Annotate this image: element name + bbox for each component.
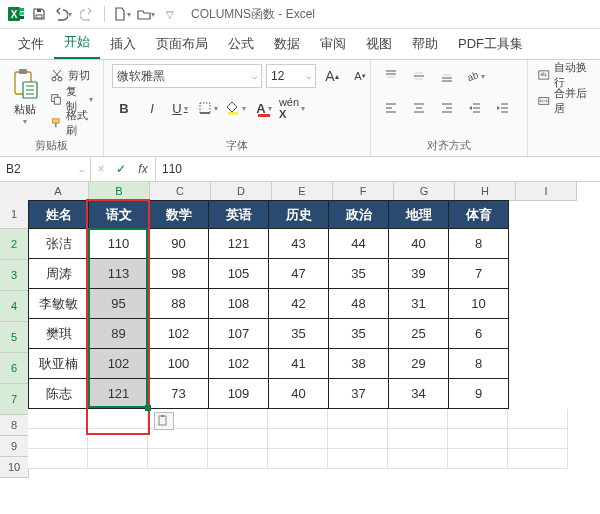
table-cell[interactable]: 48 bbox=[329, 289, 389, 319]
table-cell[interactable]: 35 bbox=[329, 259, 389, 289]
table-cell[interactable]: 31 bbox=[389, 289, 449, 319]
table-cell[interactable]: 35 bbox=[269, 319, 329, 349]
table-cell[interactable]: 40 bbox=[389, 229, 449, 259]
tab-formulas[interactable]: 公式 bbox=[218, 29, 264, 59]
table-cell[interactable]: 121 bbox=[209, 229, 269, 259]
empty-cell[interactable] bbox=[448, 449, 508, 469]
table-cell[interactable]: 109 bbox=[209, 379, 269, 409]
underline-button[interactable]: U▾ bbox=[168, 96, 192, 120]
table-cell[interactable]: 110 bbox=[89, 229, 149, 259]
tab-pdf[interactable]: PDF工具集 bbox=[448, 29, 533, 59]
qat-customize-icon[interactable]: ▽ bbox=[159, 3, 181, 25]
table-cell[interactable]: 42 bbox=[269, 289, 329, 319]
align-top-button[interactable] bbox=[379, 64, 403, 88]
table-cell[interactable]: 100 bbox=[149, 349, 209, 379]
empty-cell[interactable] bbox=[388, 429, 448, 449]
empty-cell[interactable] bbox=[388, 409, 448, 429]
empty-cell[interactable] bbox=[328, 449, 388, 469]
empty-cell[interactable] bbox=[28, 449, 88, 469]
empty-cell[interactable] bbox=[28, 409, 88, 429]
decrease-indent-button[interactable] bbox=[463, 96, 487, 120]
column-header[interactable]: B bbox=[89, 182, 150, 202]
fill-handle[interactable] bbox=[145, 405, 151, 411]
empty-cell[interactable] bbox=[148, 449, 208, 469]
empty-cell[interactable] bbox=[328, 429, 388, 449]
tab-home[interactable]: 开始 bbox=[54, 27, 100, 59]
paste-button[interactable]: 粘贴 ▾ bbox=[8, 64, 42, 130]
table-cell[interactable]: 李敏敏 bbox=[29, 289, 89, 319]
empty-cell[interactable] bbox=[208, 409, 268, 429]
column-header[interactable]: H bbox=[455, 182, 516, 201]
orientation-button[interactable]: ab▾ bbox=[463, 64, 487, 88]
empty-cell[interactable] bbox=[88, 429, 148, 449]
table-header-cell[interactable]: 体育 bbox=[449, 201, 509, 229]
row-header[interactable]: 3 bbox=[0, 260, 30, 291]
table-cell[interactable]: 10 bbox=[449, 289, 509, 319]
table-cell[interactable]: 41 bbox=[269, 349, 329, 379]
qat-undo-icon[interactable]: ▾ bbox=[52, 3, 74, 25]
table-cell[interactable]: 34 bbox=[389, 379, 449, 409]
table-cell[interactable]: 9 bbox=[449, 379, 509, 409]
column-header[interactable]: G bbox=[394, 182, 455, 201]
tab-help[interactable]: 帮助 bbox=[402, 29, 448, 59]
empty-cell[interactable] bbox=[328, 409, 388, 429]
align-center-button[interactable] bbox=[407, 96, 431, 120]
column-header[interactable]: F bbox=[333, 182, 394, 201]
empty-cell[interactable] bbox=[88, 449, 148, 469]
table-cell[interactable]: 105 bbox=[209, 259, 269, 289]
table-cell[interactable]: 95 bbox=[89, 289, 149, 319]
table-header-cell[interactable]: 历史 bbox=[269, 201, 329, 229]
table-cell[interactable]: 90 bbox=[149, 229, 209, 259]
table-cell[interactable]: 耿亚楠 bbox=[29, 349, 89, 379]
increase-indent-button[interactable] bbox=[491, 96, 515, 120]
table-cell[interactable]: 39 bbox=[389, 259, 449, 289]
table-cell[interactable]: 25 bbox=[389, 319, 449, 349]
wrap-text-button[interactable]: ab 自动换行 bbox=[536, 64, 592, 86]
tab-file[interactable]: 文件 bbox=[8, 29, 54, 59]
select-all-corner[interactable] bbox=[0, 182, 29, 201]
column-header[interactable]: D bbox=[211, 182, 272, 201]
empty-cell[interactable] bbox=[28, 429, 88, 449]
merge-center-button[interactable]: 合并后居 bbox=[536, 90, 592, 112]
qat-redo-icon[interactable] bbox=[76, 3, 98, 25]
align-right-button[interactable] bbox=[435, 96, 459, 120]
qat-open-icon[interactable]: ▾ bbox=[135, 3, 157, 25]
table-cell[interactable]: 樊琪 bbox=[29, 319, 89, 349]
font-name-select[interactable]: 微软雅黑⌵ bbox=[112, 64, 262, 88]
empty-cell[interactable] bbox=[208, 449, 268, 469]
tab-insert[interactable]: 插入 bbox=[100, 29, 146, 59]
table-header-cell[interactable]: 数学 bbox=[149, 201, 209, 229]
empty-cell[interactable] bbox=[508, 429, 568, 449]
row-header[interactable]: 6 bbox=[0, 353, 30, 384]
tab-review[interactable]: 审阅 bbox=[310, 29, 356, 59]
empty-cell[interactable] bbox=[388, 449, 448, 469]
row-header[interactable]: 9 bbox=[0, 436, 29, 457]
name-box[interactable]: B2⌵ bbox=[0, 157, 91, 181]
column-header[interactable]: E bbox=[272, 182, 333, 201]
increase-font-button[interactable]: A▴ bbox=[320, 64, 344, 88]
empty-cell[interactable] bbox=[268, 409, 328, 429]
table-cell[interactable]: 陈志 bbox=[29, 379, 89, 409]
italic-button[interactable]: I bbox=[140, 96, 164, 120]
column-header[interactable]: C bbox=[150, 182, 211, 201]
empty-cell[interactable] bbox=[508, 449, 568, 469]
tab-data[interactable]: 数据 bbox=[264, 29, 310, 59]
qat-save-icon[interactable] bbox=[28, 3, 50, 25]
table-cell[interactable]: 38 bbox=[329, 349, 389, 379]
empty-cell[interactable] bbox=[448, 409, 508, 429]
table-cell[interactable]: 8 bbox=[449, 349, 509, 379]
table-cell[interactable]: 29 bbox=[389, 349, 449, 379]
table-cell[interactable]: 121 bbox=[89, 379, 149, 409]
table-header-cell[interactable]: 地理 bbox=[389, 201, 449, 229]
row-header[interactable]: 10 bbox=[0, 457, 29, 478]
empty-cell[interactable] bbox=[508, 409, 568, 429]
enter-icon[interactable]: ✓ bbox=[111, 157, 131, 181]
table-cell[interactable]: 7 bbox=[449, 259, 509, 289]
table-header-cell[interactable]: 英语 bbox=[209, 201, 269, 229]
row-header[interactable]: 8 bbox=[0, 415, 29, 436]
row-header[interactable]: 5 bbox=[0, 322, 30, 353]
row-header[interactable]: 4 bbox=[0, 291, 30, 322]
fill-color-button[interactable]: ▾ bbox=[224, 96, 248, 120]
cut-button[interactable]: 剪切 bbox=[48, 64, 95, 86]
empty-cell[interactable] bbox=[148, 429, 208, 449]
